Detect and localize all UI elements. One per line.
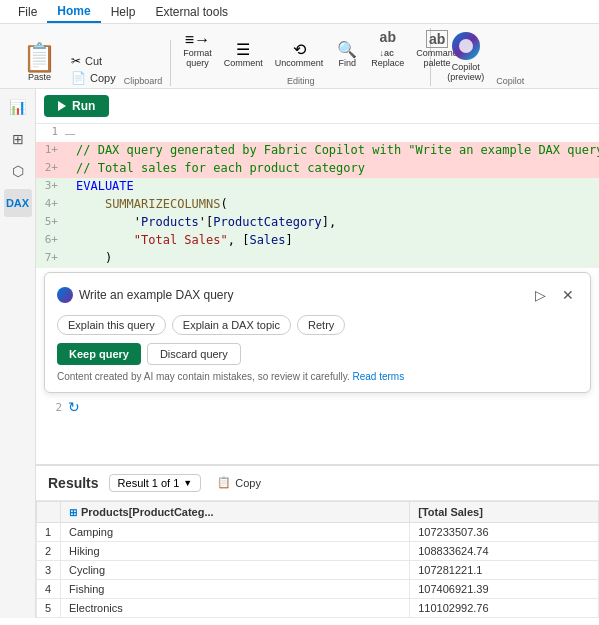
line-indicator-1plus: [64, 142, 76, 160]
replace-button[interactable]: ab↓ac Replace: [367, 28, 408, 70]
comment-icon: ☰: [236, 42, 250, 58]
copy-results-label: Copy: [235, 477, 261, 489]
copilot-disclaimer: Content created by AI may contain mistak…: [57, 371, 578, 382]
find-label: Find: [339, 58, 357, 68]
row-1-col1: Camping: [61, 523, 410, 542]
line-content-1plus: // DAX query generated by Fabric Copilot…: [76, 142, 599, 160]
line-indicator-6plus: [64, 232, 76, 250]
paste-label: Paste: [28, 72, 51, 82]
code-line-1plus: 1+ // DAX query generated by Fabric Copi…: [36, 142, 599, 160]
editor-area: Run 1 — 1+ // DAX query generated by Fab…: [36, 89, 599, 618]
replace-label: Replace: [371, 58, 404, 68]
row-number-header: [37, 501, 61, 523]
row-2-col2: 108833624.74: [410, 542, 599, 561]
copilot-chips: Explain this query Explain a DAX topic R…: [57, 315, 578, 335]
col-header-1-content: ⊞ Products[ProductCateg...: [69, 506, 214, 518]
format-query-icon: ≡→: [185, 32, 210, 48]
sidebar-chart-icon[interactable]: 📊: [4, 93, 32, 121]
line-content-2plus: // Total sales for each product category: [76, 160, 599, 178]
chevron-down-icon: ▼: [183, 478, 192, 488]
paste-icon: 📋: [22, 44, 57, 72]
ribbon-group-editing: ≡→ Formatquery ☰ Comment ⟲ Uncomment 🔍 F…: [171, 28, 431, 86]
find-button[interactable]: 🔍 Find: [331, 40, 363, 70]
copilot-button[interactable]: Copilot(preview): [439, 28, 492, 86]
col-header-1: ⊞ Products[ProductCateg...: [61, 501, 410, 523]
results-header: Results Result 1 of 1 ▼ 📋 Copy: [36, 466, 599, 501]
line2-num: 2: [40, 400, 68, 414]
sidebar-dax-icon[interactable]: DAX: [4, 189, 32, 217]
code-line-2plus: 2+ // Total sales for each product categ…: [36, 160, 599, 178]
line-num-2plus: 2+: [36, 160, 64, 178]
play-icon: [58, 101, 66, 111]
explain-query-chip[interactable]: Explain this query: [57, 315, 166, 335]
row-4-col2: 107406921.39: [410, 580, 599, 599]
menu-help[interactable]: Help: [101, 0, 146, 23]
copilot-send-button[interactable]: ▷: [528, 283, 552, 307]
discard-query-button[interactable]: Discard query: [147, 343, 241, 365]
line2-area: 2 ↻: [36, 397, 599, 417]
sidebar: 📊 ⊞ ⬡ DAX: [0, 89, 36, 618]
menu-external-tools[interactable]: External tools: [145, 0, 238, 23]
copilot-icon: [452, 32, 480, 60]
copy-results-button[interactable]: 📋 Copy: [211, 474, 267, 491]
code-line-6plus: 6+ "Total Sales", [Sales]: [36, 232, 599, 250]
copilot-header-icon: [57, 287, 73, 303]
ribbon: 📋 Paste ✂ Cut 📄 Copy Clipboard ≡→ Format…: [0, 24, 599, 89]
cut-copy-group: ✂ Cut 📄 Copy: [67, 53, 120, 86]
menu-file[interactable]: File: [8, 0, 47, 23]
line-content-5plus: 'Products'[ProductCategory],: [76, 214, 599, 232]
explain-dax-chip[interactable]: Explain a DAX topic: [172, 315, 291, 335]
row-4-col1: Fishing: [61, 580, 410, 599]
read-terms-link[interactable]: Read terms: [353, 371, 405, 382]
main-area: 📊 ⊞ ⬡ DAX Run 1 — 1+ // DAX query g: [0, 89, 599, 618]
line-num-5plus: 5+: [36, 214, 64, 232]
line-indicator-3plus: [64, 178, 76, 196]
refresh-icon[interactable]: ↻: [68, 399, 80, 415]
run-bar: Run: [36, 89, 599, 124]
copilot-group-label: Copilot: [496, 76, 524, 86]
line-num-1: 1: [36, 124, 64, 142]
line-content-7plus: ): [76, 250, 599, 268]
copilot-primary-actions: Keep query Discard query: [57, 343, 578, 365]
cut-button[interactable]: ✂ Cut: [67, 53, 120, 69]
sidebar-grid-icon[interactable]: ⊞: [4, 125, 32, 153]
keep-query-button[interactable]: Keep query: [57, 343, 141, 365]
cut-label: Cut: [85, 55, 102, 67]
table-row: 5 Electronics 110102992.76: [37, 599, 599, 618]
format-query-label: Formatquery: [183, 48, 212, 68]
copilot-close-button[interactable]: ✕: [558, 285, 578, 305]
run-label: Run: [72, 99, 95, 113]
format-query-button[interactable]: ≡→ Formatquery: [179, 30, 216, 70]
clipboard-group-label: Clipboard: [124, 76, 163, 86]
line-indicator-7plus: [64, 250, 76, 268]
copy-button[interactable]: 📄 Copy: [67, 70, 120, 86]
uncomment-button[interactable]: ⟲ Uncomment: [271, 40, 328, 70]
sidebar-model-icon[interactable]: ⬡: [4, 157, 32, 185]
row-5-col1: Electronics: [61, 599, 410, 618]
row-5-col2: 110102992.76: [410, 599, 599, 618]
copilot-header: Write an example DAX query ▷ ✕: [57, 283, 578, 307]
row-1-col2: 107233507.36: [410, 523, 599, 542]
copilot-prompt-text: Write an example DAX query: [79, 288, 522, 302]
code-line-4plus: 4+ SUMMARIZECOLUMNS(: [36, 196, 599, 214]
code-editor[interactable]: 1 — 1+ // DAX query generated by Fabric …: [36, 124, 599, 464]
run-button[interactable]: Run: [44, 95, 109, 117]
paste-button[interactable]: 📋 Paste: [16, 40, 63, 86]
row-num-3: 3: [37, 561, 61, 580]
line-num-6plus: 6+: [36, 232, 64, 250]
line-indicator-5plus: [64, 214, 76, 232]
row-num-4: 4: [37, 580, 61, 599]
results-nav[interactable]: Result 1 of 1 ▼: [109, 474, 202, 492]
cut-icon: ✂: [71, 54, 81, 68]
comment-button[interactable]: ☰ Comment: [220, 40, 267, 70]
row-3-col1: Cycling: [61, 561, 410, 580]
menu-home[interactable]: Home: [47, 0, 100, 23]
table-header-row: ⊞ Products[ProductCateg... [Total Sales]: [37, 501, 599, 523]
retry-chip[interactable]: Retry: [297, 315, 345, 335]
grid-icon: ⊞: [69, 507, 77, 518]
row-num-1: 1: [37, 523, 61, 542]
uncomment-icon: ⟲: [293, 42, 306, 58]
line-content-1: [76, 124, 599, 142]
ribbon-group-copilot: Copilot(preview) Copilot: [431, 28, 532, 86]
find-icon: 🔍: [337, 42, 357, 58]
